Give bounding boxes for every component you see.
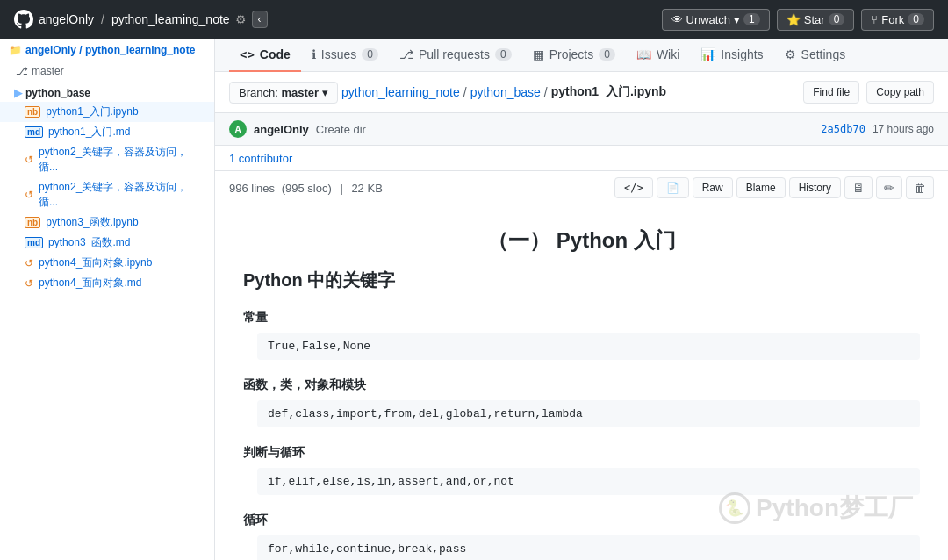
content-section1-title: Python 中的关键字 <box>243 269 920 292</box>
breadcrumb-repo[interactable]: python_learning_note <box>341 85 460 99</box>
star-button[interactable]: ⭐ Star 0 <box>777 9 855 31</box>
loop-icon-7: ↺ <box>25 277 33 290</box>
ipynb-icon-4: nb <box>25 217 40 228</box>
file-breadcrumb-actions: Find file Copy path <box>803 81 934 104</box>
sidebar-root-link[interactable]: 📁 angelOnly / python_learning_note <box>0 39 214 61</box>
main-layout: 📁 angelOnly / python_learning_note ⎇ mas… <box>0 39 948 560</box>
copy-path-button[interactable]: Copy path <box>866 81 934 104</box>
sidebar: 📁 angelOnly / python_learning_note ⎇ mas… <box>0 39 215 560</box>
tab-pull-requests[interactable]: ⎇ Pull requests 0 <box>389 39 522 72</box>
top-bar-right: 👁 Unwatch ▾ 1 ⭐ Star 0 ⑂ Fork 0 <box>662 9 934 31</box>
fork-count: 0 <box>908 13 924 25</box>
commit-info: A angelOnly Create dir 2a5db70 17 hours … <box>215 113 948 146</box>
sidebar-item-1[interactable]: md python1_入门.md <box>0 122 214 142</box>
watch-label: Unwatch <box>686 13 731 26</box>
sidebar-root-label: angelOnly / python_learning_note <box>25 44 195 56</box>
edit-button[interactable]: ✏ <box>876 176 902 199</box>
sidebar-item-2[interactable]: ↺ python2_关键字，容器及访问，循... <box>0 142 214 177</box>
desktop-button[interactable]: 🖥 <box>844 176 873 199</box>
tab-wiki[interactable]: 📖 Wiki <box>626 39 690 72</box>
sidebar-toggle[interactable]: ‹ <box>252 11 268 28</box>
tabs-nav: <> Code ℹ Issues 0 ⎇ Pull requests 0 ▦ P… <box>215 39 948 72</box>
folder-icon-root: 📁 <box>9 44 22 56</box>
tab-settings[interactable]: ⚙ Settings <box>774 39 857 72</box>
repo-link[interactable]: python_learning_note <box>111 12 230 26</box>
branch-text: Branch: master <box>239 86 319 99</box>
sidebar-item-7[interactable]: ↺ python4_面向对象.md <box>0 273 214 293</box>
loop-icon-2: ↺ <box>25 154 33 166</box>
breadcrumb-sep: / <box>101 12 104 26</box>
sidebar-item-label-6: python4_面向对象.ipynb <box>39 255 152 270</box>
file-stats-left: 996 lines (995 sloc) | 22 KB <box>229 182 383 195</box>
raw-button[interactable]: Raw <box>693 177 733 198</box>
content-code2: def,class,import,from,del,global,return,… <box>257 400 920 427</box>
watch-button[interactable]: 👁 Unwatch ▾ 1 <box>662 9 770 31</box>
sidebar-item-label-3: python2_关键字，容器及访问，循... <box>39 180 205 210</box>
content-code4: for,while,continue,break,pass <box>257 535 920 560</box>
commit-sha[interactable]: 2a5db70 <box>821 123 865 135</box>
fork-button[interactable]: ⑂ Fork 0 <box>861 9 934 31</box>
file-sloc: (995 sloc) <box>282 182 332 195</box>
file-breadcrumb: Branch: master ▾ python_learning_note / … <box>215 72 948 113</box>
file-stats-bar: 996 lines (995 sloc) | 22 KB </> 📄 Raw B… <box>215 171 948 205</box>
tab-insights-label: Insights <box>721 47 763 61</box>
tab-pr-label: Pull requests <box>419 47 490 61</box>
repo-settings-icon[interactable]: ⚙ <box>235 12 247 26</box>
settings-icon: ⚙ <box>785 47 796 61</box>
sidebar-item-label-4: python3_函数.ipynb <box>46 215 138 230</box>
pr-badge: 0 <box>495 48 512 61</box>
pencil-icon: ✏ <box>884 181 894 195</box>
insights-icon: 📊 <box>700 47 715 61</box>
issues-badge: 0 <box>362 48 378 61</box>
ipynb-icon-0: nb <box>25 106 40 118</box>
pr-icon: ⎇ <box>399 47 413 61</box>
branch-selector[interactable]: Branch: master ▾ <box>229 82 338 104</box>
tab-issues[interactable]: ℹ Issues 0 <box>301 39 389 72</box>
content-code1: True,False,None <box>257 333 920 360</box>
sidebar-folder-python-base[interactable]: ▶ python_base <box>0 84 214 102</box>
breadcrumb-file: python1_入门.ipynb <box>551 84 666 100</box>
contributor-bar: 1 contributor <box>215 146 948 171</box>
sidebar-item-label-7: python4_面向对象.md <box>39 276 141 291</box>
commit-left: A angelOnly Create dir <box>229 120 366 138</box>
code-view-button[interactable]: </> <box>614 177 653 198</box>
rendered-view-button[interactable]: 📄 <box>657 177 689 198</box>
sidebar-item-4[interactable]: nb python3_函数.ipynb <box>0 212 214 233</box>
sidebar-item-0[interactable]: nb python1_入门.ipynb <box>0 102 214 122</box>
file-size-sep: | <box>340 182 342 195</box>
history-button[interactable]: History <box>789 177 841 198</box>
file-size: 22 KB <box>351 182 382 195</box>
tab-code[interactable]: <> Code <box>229 39 301 72</box>
top-bar-left: angelOnly / python_learning_note ⚙ ‹ <box>14 10 268 29</box>
sidebar-item-label-5: python3_函数.md <box>48 235 130 250</box>
file-path: Branch: master ▾ python_learning_note / … <box>229 82 666 104</box>
breadcrumb-sep-2: / <box>544 85 548 99</box>
contributor-link[interactable]: 1 contributor <box>229 152 292 165</box>
sidebar-item-6[interactable]: ↺ python4_面向对象.ipynb <box>0 253 214 273</box>
app-container: angelOnly / python_learning_note ⚙ ‹ 👁 U… <box>0 0 948 560</box>
projects-icon: ▦ <box>533 47 544 61</box>
commit-author[interactable]: angelOnly <box>254 123 309 136</box>
md-icon-1: md <box>25 126 43 138</box>
find-file-button[interactable]: Find file <box>803 81 859 104</box>
breadcrumb-folder[interactable]: python_base <box>470 85 541 99</box>
delete-button[interactable]: 🗑 <box>906 176 934 199</box>
sidebar-item-3[interactable]: ↺ python2_关键字，容器及访问，循... <box>0 177 214 212</box>
tab-issues-label: Issues <box>321 47 356 61</box>
file-lines: 996 lines <box>229 182 275 195</box>
projects-badge: 0 <box>599 48 615 61</box>
user-link[interactable]: angelOnly <box>39 12 94 26</box>
code-icon: <> <box>240 47 255 61</box>
sidebar-item-5[interactable]: md python3_函数.md <box>0 233 214 253</box>
avatar-text: A <box>234 125 241 134</box>
tab-projects[interactable]: ▦ Projects 0 <box>522 39 626 72</box>
sidebar-branch: ⎇ master <box>0 61 214 84</box>
star-icon: ⭐ <box>786 13 801 26</box>
branch-chevron-icon: ▾ <box>322 86 328 99</box>
blame-button[interactable]: Blame <box>736 177 786 198</box>
watch-dropdown-icon: ▾ <box>734 13 740 26</box>
tab-wiki-label: Wiki <box>657 47 679 61</box>
file-doc-icon: 📄 <box>666 182 679 194</box>
branch-icon: ⎇ <box>16 65 28 77</box>
tab-insights[interactable]: 📊 Insights <box>690 39 773 72</box>
